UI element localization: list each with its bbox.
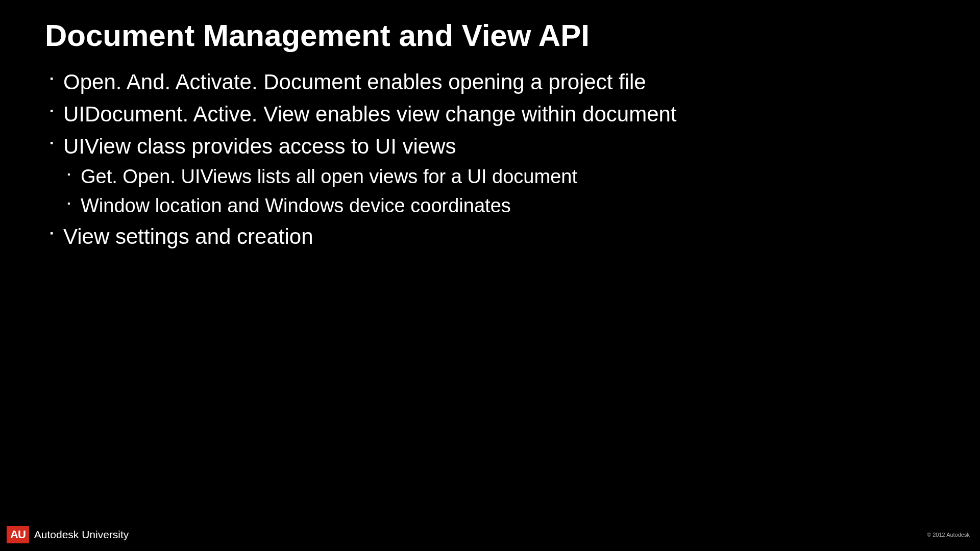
logo-badge: AU	[7, 526, 29, 543]
bullet-text: View settings and creation	[63, 224, 313, 248]
sub-bullet-list: Get. Open. UIViews lists all open views …	[63, 162, 980, 220]
bullet-text: Open. And. Activate. Document enables op…	[63, 70, 646, 94]
sub-bullet-text: Get. Open. UIViews lists all open views …	[81, 166, 577, 187]
bullet-item: Open. And. Activate. Document enables op…	[50, 66, 980, 98]
bullet-text: UIView class provides access to UI views	[63, 134, 456, 158]
bullet-item: UIView class provides access to UI views…	[50, 130, 980, 220]
sub-bullet-item: Window location and Windows device coord…	[67, 191, 980, 220]
logo-text-light: University	[79, 529, 129, 540]
slide-title: Document Management and View API	[0, 0, 980, 53]
logo-text-bold: Autodesk	[34, 529, 79, 540]
footer: AU Autodesk University © 2012 Autodesk	[7, 526, 970, 543]
bullet-list: Open. And. Activate. Document enables op…	[0, 53, 980, 253]
bullet-item: View settings and creation	[50, 220, 980, 253]
logo-block: AU Autodesk University	[7, 526, 129, 543]
copyright-text: © 2012 Autodesk	[927, 532, 970, 538]
sub-bullet-item: Get. Open. UIViews lists all open views …	[67, 162, 980, 191]
logo-text: Autodesk University	[34, 529, 129, 541]
bullet-item: UIDocument. Active. View enables view ch…	[50, 98, 980, 130]
bullet-text: UIDocument. Active. View enables view ch…	[63, 102, 677, 126]
sub-bullet-text: Window location and Windows device coord…	[81, 195, 511, 216]
